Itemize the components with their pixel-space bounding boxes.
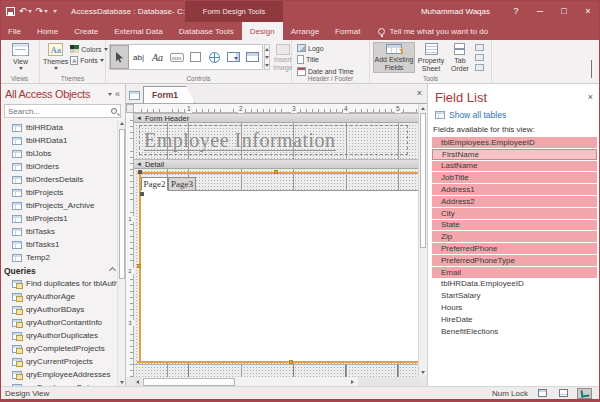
maximize-button[interactable]: □ <box>552 0 576 22</box>
nav-item-table[interactable]: tblJobs <box>0 147 125 160</box>
nav-item-table[interactable]: tblOrdersDetails <box>0 173 125 186</box>
scroll-up-icon[interactable] <box>421 107 425 110</box>
field-row-selected[interactable]: FirstName <box>432 149 597 160</box>
nav-item-query[interactable]: qryAuthorContantInfo <box>0 316 125 329</box>
field-row[interactable]: Hours <box>432 302 597 313</box>
nav-item-query[interactable]: qryCompletedProjects <box>0 342 125 355</box>
undo-button[interactable] <box>19 6 32 16</box>
subform-new-window-icon[interactable] <box>475 44 484 51</box>
vertical-scrollbar[interactable] <box>418 104 427 377</box>
horizontal-scrollbar[interactable] <box>134 377 418 386</box>
scroll-up-icon[interactable] <box>120 122 124 125</box>
scrollbar-thumb[interactable] <box>119 129 125 279</box>
view-button[interactable]: View <box>4 42 37 73</box>
subform-control[interactable] <box>243 45 262 69</box>
collapse-ribbon-button[interactable] <box>591 61 592 79</box>
nav-item-query[interactable]: Find duplicates for tblAuthors <box>0 277 125 290</box>
insert-image-button[interactable]: Insert Image <box>273 42 292 73</box>
gallery-more-icon[interactable] <box>265 64 269 67</box>
tell-me-box[interactable]: Tell me what you want to do <box>378 22 488 40</box>
tab-home[interactable]: Home <box>29 22 66 40</box>
account-name[interactable]: Muhammad Waqas <box>421 7 490 16</box>
form-view-button[interactable] <box>535 388 550 399</box>
field-row[interactable]: JobTitle <box>432 172 597 183</box>
tab-order-button[interactable]: Tab Order <box>447 42 473 73</box>
field-row[interactable]: LastName <box>432 161 597 172</box>
help-button[interactable]: ? <box>504 0 528 22</box>
scrollbar-thumb[interactable] <box>143 378 235 386</box>
field-row[interactable]: HireDate <box>432 314 597 325</box>
tab-database-tools[interactable]: Database Tools <box>171 22 242 40</box>
show-all-tables-link[interactable]: Show all tables <box>428 105 600 124</box>
colors-button[interactable]: Colors <box>70 44 107 54</box>
field-row[interactable]: Address2 <box>432 196 597 207</box>
add-existing-fields-button[interactable]: Add Existing Fields <box>373 42 415 73</box>
tab-design[interactable]: Design <box>242 22 283 40</box>
select-tool[interactable] <box>110 45 129 69</box>
document-tab-form1[interactable]: Form1 <box>143 86 195 103</box>
nav-item-table[interactable]: tblTasks1 <box>0 238 125 251</box>
resize-handle-top[interactable] <box>274 170 278 174</box>
field-row[interactable]: PreferredPhoneType <box>432 255 597 266</box>
minimize-button[interactable]: ─ <box>528 0 552 22</box>
view-code-icon[interactable] <box>475 54 484 61</box>
move-handle[interactable] <box>138 170 142 174</box>
scroll-down-icon[interactable] <box>421 371 425 374</box>
property-sheet-button[interactable]: Property Sheet <box>415 42 447 73</box>
themes-button[interactable]: Aa Themes <box>43 42 68 73</box>
nav-item-table[interactable]: Temp2 <box>0 251 125 264</box>
document-close-icon[interactable]: × <box>417 88 422 98</box>
nav-item-table[interactable]: tblTasks <box>0 225 125 238</box>
field-row[interactable]: City <box>432 208 597 219</box>
hyperlink-control[interactable] <box>205 45 224 69</box>
field-row[interactable]: PreferredPhone <box>432 243 597 254</box>
scroll-right-icon[interactable] <box>351 380 354 384</box>
field-row[interactable]: tblHRData.EmployeeID <box>432 279 597 290</box>
tab-control-page[interactable] <box>141 190 418 361</box>
nav-item-query[interactable]: qryAuthorBDays <box>0 303 125 316</box>
save-button[interactable] <box>6 7 15 16</box>
nav-item-query[interactable]: qryAuthorAge <box>0 290 125 303</box>
field-row[interactable]: BenefitElections <box>432 326 597 337</box>
title-button[interactable]: Title <box>297 55 354 64</box>
design-view-button[interactable] <box>577 388 592 399</box>
nav-item-table[interactable]: tblProjects <box>0 186 125 199</box>
shutter-close-icon[interactable]: « <box>115 89 120 99</box>
nav-scrollbar[interactable] <box>117 120 125 386</box>
nav-item-query[interactable]: qryCurrentProjects <box>0 355 125 368</box>
nav-item-table[interactable]: tblProjects1 <box>0 212 125 225</box>
nav-item-table[interactable]: tblProjects_Archive <box>0 199 125 212</box>
tab-control[interactable] <box>186 45 205 69</box>
tab-arrange[interactable]: Arrange <box>283 22 327 40</box>
nav-search-box[interactable] <box>4 104 121 118</box>
convert-macros-icon[interactable] <box>475 64 484 71</box>
nav-item-table[interactable]: tblHRData <box>0 121 125 134</box>
vertical-ruler[interactable]: 1 2 3 <box>126 113 134 377</box>
scroll-down-icon[interactable] <box>120 381 124 384</box>
customize-qat-button[interactable] <box>52 10 57 13</box>
field-row[interactable]: StartSalary <box>432 290 597 301</box>
close-button[interactable]: × <box>576 0 600 22</box>
tab-external-data[interactable]: External Data <box>106 22 170 40</box>
search-input[interactable] <box>8 107 111 116</box>
field-row[interactable]: tblEmployees.EmployeeID <box>432 137 597 148</box>
nav-item-query[interactable]: qryEmployeeAddresses <box>0 368 125 381</box>
field-row[interactable]: Zip <box>432 231 597 242</box>
label-control[interactable]: Aa <box>148 45 167 69</box>
select-all-box[interactable] <box>126 104 134 113</box>
selection-border-bottom[interactable] <box>137 361 418 363</box>
page2-tab[interactable]: Page2 <box>141 177 168 191</box>
form-header-section-bar[interactable]: ◄ Form Header <box>134 113 418 123</box>
move-handle[interactable] <box>140 192 144 196</box>
field-row[interactable]: Address1 <box>432 184 597 195</box>
field-row[interactable]: Email <box>432 267 597 278</box>
detail-grid[interactable]: Page2 Page3 <box>134 169 418 364</box>
form-title-label[interactable]: Employee Information <box>139 125 408 155</box>
redo-button[interactable] <box>36 6 49 16</box>
detail-section-bar[interactable]: ◄ Detail <box>134 159 418 169</box>
gallery-scroll-down-icon[interactable] <box>265 56 269 59</box>
datasheet-view-button[interactable] <box>556 388 571 399</box>
combobox-control[interactable] <box>224 45 243 69</box>
nav-pane-header[interactable]: All Access Objects « <box>0 84 125 104</box>
button-control[interactable]: xxxx <box>167 45 186 69</box>
